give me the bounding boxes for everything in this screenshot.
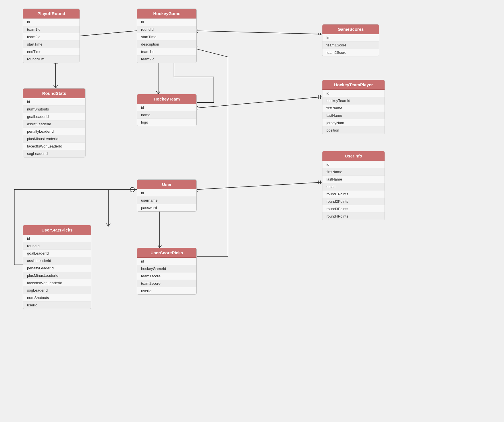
svg-line-16	[158, 91, 160, 94]
entity-user-score-picks-title: UserScorePicks	[137, 248, 196, 258]
field-ht-name: name	[137, 111, 196, 119]
field-gs-team2score: team2Score	[322, 49, 379, 56]
field-usp-userid: userId	[23, 302, 91, 309]
svg-line-12	[56, 85, 58, 88]
field-rs-goalleaderid: goalLeaderId	[23, 113, 85, 120]
entity-hockey-game-title: HockeyGame	[137, 9, 196, 19]
connections-svg	[0, 0, 504, 422]
entity-playoff-round-title: PlayoffRound	[23, 9, 80, 19]
field-usp-sogleaderid: sogLeaderId	[23, 287, 91, 294]
svg-line-25	[194, 97, 322, 108]
field-gs-team1score: team1Score	[322, 42, 379, 49]
entity-hockey-team-title: HockeyTeam	[137, 94, 196, 104]
field-hg-team1id: team1Id	[137, 48, 196, 56]
field-htp-firstname: firstName	[322, 105, 385, 112]
field-pr-endtime: endTime	[23, 48, 80, 56]
entity-user-stats-picks: UserStatsPicks id roundId goalLeaderId a…	[23, 225, 91, 309]
field-rs-penaltyleaderid: penaltyLeaderId	[23, 128, 85, 135]
field-rs-numshutouts: numShutouts	[23, 106, 85, 113]
field-hg-team2id: team2Id	[137, 56, 196, 63]
entity-game-scores: GameScores id team1Score team2Score	[322, 24, 379, 56]
svg-line-30	[194, 182, 322, 190]
entity-round-stats-title: RoundStats	[23, 89, 85, 98]
field-uscp-id: id	[137, 258, 196, 265]
field-uscp-team1score: team1score	[137, 273, 196, 280]
field-pr-roundnum: roundNum	[23, 56, 80, 63]
field-usp-penaltyleaderid: penaltyLeaderId	[23, 265, 91, 272]
field-htp-hockeyteamid: hockeyTeamId	[322, 97, 385, 105]
field-uscp-hockeygameid: hockeyGameId	[137, 265, 196, 273]
svg-line-11	[54, 85, 56, 88]
entity-user: User id username password	[137, 179, 197, 212]
entity-user-score-picks: UserScorePicks id hockeyGameId team1scor…	[137, 248, 197, 295]
field-ht-logo: logo	[137, 119, 196, 126]
svg-line-53	[194, 48, 228, 57]
field-rs-sogleaderid: sogLeaderId	[23, 150, 85, 157]
field-uscp-userid: userId	[137, 287, 196, 294]
field-htp-id: id	[322, 90, 385, 97]
field-usp-plusminusleaderid: plusMinusLeaderId	[23, 272, 91, 279]
entity-user-stats-picks-title: UserStatsPicks	[23, 225, 91, 235]
field-pr-team2id: team2Id	[23, 33, 80, 41]
field-ht-id: id	[137, 104, 196, 111]
field-usp-faceoffswonleaderid: faceoffsWonLeaderId	[23, 279, 91, 287]
field-u-username: username	[137, 197, 196, 204]
field-usp-roundid: roundId	[23, 242, 91, 250]
field-hg-starttime: startTime	[137, 33, 196, 41]
field-hg-roundid: roundId	[137, 26, 196, 33]
entity-playoff-round: PlayoffRound id team1Id team2Id startTim…	[23, 9, 80, 63]
svg-line-5	[194, 31, 322, 34]
svg-point-39	[130, 187, 135, 192]
field-ui-round3points: round3Points	[322, 205, 385, 213]
svg-line-37	[106, 224, 108, 226]
svg-line-42	[158, 245, 160, 248]
field-u-id: id	[137, 189, 196, 197]
field-hg-description: description	[137, 41, 196, 48]
svg-line-0	[75, 31, 137, 36]
field-htp-position: position	[322, 127, 385, 134]
entity-hockey-game: HockeyGame id roundId startTime descript…	[137, 9, 197, 63]
field-rs-plusminusleaderid: plusMinusLeaderId	[23, 135, 85, 143]
field-pr-team1id: team1Id	[23, 26, 80, 33]
field-ui-email: email	[322, 183, 385, 190]
field-rs-id: id	[23, 98, 85, 106]
svg-line-15	[156, 91, 158, 94]
field-ui-round2points: round2Points	[322, 198, 385, 205]
field-usp-id: id	[23, 235, 91, 242]
field-gs-id: id	[322, 34, 379, 42]
entity-game-scores-title: GameScores	[322, 24, 379, 34]
field-usp-numshutouts: numShutouts	[23, 294, 91, 302]
field-hg-id: id	[137, 19, 196, 26]
entity-hockey-team-player: HockeyTeamPlayer id hockeyTeamId firstNa…	[322, 80, 385, 134]
entity-hockey-team-player-title: HockeyTeamPlayer	[322, 80, 385, 90]
field-rs-faceoffswonleaderid: faceoffsWonLeaderId	[23, 143, 85, 150]
diagram-canvas: PlayoffRound id team1Id team2Id startTim…	[0, 0, 504, 422]
field-htp-lastname: lastName	[322, 112, 385, 119]
field-ui-id: id	[322, 161, 385, 168]
entity-round-stats: RoundStats id numShutouts goalLeaderId a…	[23, 88, 86, 157]
field-rs-assistleaderid: assistLeaderId	[23, 120, 85, 128]
entity-user-info: UserInfo id firstName lastName email rou…	[322, 151, 385, 220]
field-usp-goalleaderid: goalLeaderId	[23, 250, 91, 257]
field-pr-id: id	[23, 19, 80, 26]
field-ui-lastname: lastName	[322, 176, 385, 183]
field-htp-jerseynum: jerseyNum	[322, 119, 385, 127]
svg-line-43	[160, 245, 162, 248]
entity-user-info-title: UserInfo	[322, 151, 385, 161]
field-usp-assistleaderid: assistLeaderId	[23, 257, 91, 265]
field-ui-round1points: round1Points	[322, 190, 385, 198]
field-u-password: password	[137, 204, 196, 211]
field-pr-starttime: startTime	[23, 41, 80, 48]
svg-line-38	[108, 224, 110, 226]
entity-user-title: User	[137, 180, 196, 189]
field-ui-round4points: round4Points	[322, 213, 385, 220]
field-ui-firstname: firstName	[322, 168, 385, 176]
field-uscp-team2score: team2score	[137, 280, 196, 287]
entity-hockey-team: HockeyTeam id name logo	[137, 94, 197, 126]
